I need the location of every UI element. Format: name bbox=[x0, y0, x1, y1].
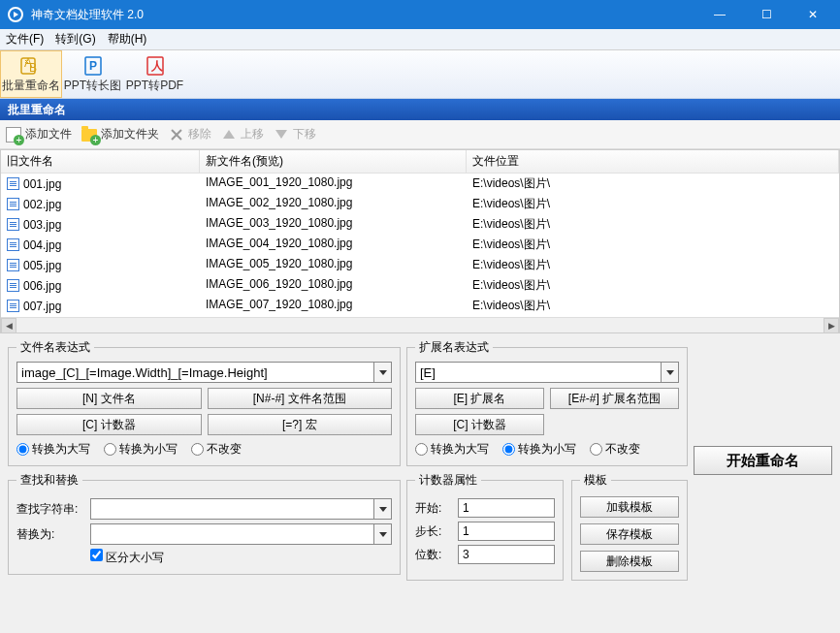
find-label: 查找字符串: bbox=[16, 501, 84, 518]
extension-case-radios: 转换为大写 转换为小写 不改变 bbox=[415, 441, 679, 458]
insert-n-range-button[interactable]: [N#-#] 文件名范围 bbox=[208, 388, 393, 409]
extension-expression-dropdown[interactable] bbox=[662, 362, 679, 383]
ext-case-upper[interactable]: 转换为大写 bbox=[415, 441, 489, 458]
file-icon bbox=[7, 279, 19, 292]
maximize-button[interactable]: ☐ bbox=[755, 8, 778, 21]
filename-expression-dropdown[interactable] bbox=[374, 362, 392, 383]
scroll-left-icon[interactable]: ◀ bbox=[1, 318, 16, 333]
menu-goto[interactable]: 转到(G) bbox=[55, 31, 95, 47]
insert-e-range-button[interactable]: [E#-#] 扩展名范围 bbox=[550, 388, 679, 409]
counter-group: 计数器属性 开始: 步长: 位数: bbox=[406, 472, 564, 581]
filename-expression-group: 文件名表达式 [N] 文件名 [N#-#] 文件名范围 [C] 计数器 [=?]… bbox=[8, 339, 401, 466]
filename-case-upper[interactable]: 转换为大写 bbox=[16, 441, 90, 458]
insert-e-button[interactable]: [E] 扩展名 bbox=[415, 388, 544, 409]
action-bar: 添加文件 添加文件夹 移除 上移 下移 bbox=[0, 120, 840, 149]
save-template-button[interactable]: 保存模板 bbox=[580, 523, 679, 545]
table-row[interactable]: 001.jpgIMAGE_001_1920_1080.jpgE:\videos\… bbox=[1, 174, 839, 194]
extension-expression-group: 扩展名表达式 [E] 扩展名 [E#-#] 扩展名范围 [C] 计数器 转换为大… bbox=[406, 339, 688, 466]
table-row[interactable]: 002.jpgIMAGE_002_1920_1080.jpgE:\videos\… bbox=[1, 194, 839, 214]
window-title: 神奇文档处理软件 2.0 bbox=[31, 7, 708, 23]
file-icon bbox=[7, 177, 19, 190]
horizontal-scrollbar[interactable]: ◀ ▶ bbox=[1, 317, 839, 332]
file-icon bbox=[7, 300, 19, 312]
delete-template-button[interactable]: 删除模板 bbox=[580, 551, 679, 572]
insert-c-button[interactable]: [C] 计数器 bbox=[16, 414, 202, 435]
counter-digits-label: 位数: bbox=[415, 547, 452, 563]
insert-macro-button[interactable]: [=?] 宏 bbox=[208, 414, 393, 435]
add-folder-icon bbox=[81, 127, 97, 142]
arrow-up-icon bbox=[221, 127, 237, 142]
col-new-name[interactable]: 新文件名(预览) bbox=[200, 150, 467, 173]
remove-button[interactable]: 移除 bbox=[169, 126, 211, 142]
counter-start-label: 开始: bbox=[415, 500, 452, 517]
tool-ppt-long-image[interactable]: P PPT转长图 bbox=[62, 50, 124, 98]
section-header: 批里重命名 bbox=[0, 99, 840, 120]
filename-expression-input[interactable] bbox=[16, 362, 374, 383]
menubar: 文件(F) 转到(G) 帮助(H) bbox=[0, 29, 840, 50]
file-icon bbox=[7, 259, 19, 271]
arrow-down-icon bbox=[274, 127, 289, 142]
replace-input[interactable] bbox=[90, 523, 374, 545]
remove-icon bbox=[169, 127, 184, 142]
add-folder-button[interactable]: 添加文件夹 bbox=[81, 126, 159, 142]
col-location[interactable]: 文件位置 bbox=[467, 150, 839, 173]
replace-dropdown[interactable] bbox=[374, 523, 392, 545]
ext-case-lower[interactable]: 转换为小写 bbox=[502, 441, 576, 458]
close-button[interactable]: ✕ bbox=[801, 8, 824, 21]
minimize-button[interactable]: — bbox=[708, 8, 731, 21]
find-dropdown[interactable] bbox=[374, 498, 392, 520]
start-rename-button[interactable]: 开始重命名 bbox=[694, 446, 832, 475]
filename-case-radios: 转换为大写 转换为小写 不改变 bbox=[16, 441, 392, 458]
svg-text:人: 人 bbox=[150, 59, 164, 73]
add-file-button[interactable]: 添加文件 bbox=[6, 126, 72, 142]
main-toolbar: AB 批量重命名 P PPT转长图 人 PPT转PDF bbox=[0, 50, 840, 99]
insert-ext-c-button[interactable]: [C] 计数器 bbox=[415, 414, 544, 435]
filename-case-none[interactable]: 不改变 bbox=[191, 441, 242, 458]
table-row[interactable]: 003.jpgIMAGE_003_1920_1080.jpgE:\videos\… bbox=[1, 214, 839, 235]
insert-n-button[interactable]: [N] 文件名 bbox=[16, 388, 202, 409]
rename-icon: AB bbox=[19, 54, 43, 78]
table-row[interactable]: 006.jpgIMAGE_006_1920_1080.jpgE:\videos\… bbox=[1, 275, 839, 296]
svg-text:P: P bbox=[89, 59, 97, 73]
find-input[interactable] bbox=[90, 498, 374, 520]
move-down-button[interactable]: 下移 bbox=[274, 126, 316, 142]
counter-start-input[interactable] bbox=[458, 498, 555, 518]
file-icon bbox=[7, 198, 19, 210]
load-template-button[interactable]: 加载模板 bbox=[580, 496, 679, 518]
ppt-long-icon: P bbox=[81, 54, 105, 78]
extension-expression-input[interactable] bbox=[415, 362, 662, 383]
scroll-right-icon[interactable]: ▶ bbox=[824, 318, 839, 333]
menu-help[interactable]: 帮助(H) bbox=[108, 31, 147, 47]
tool-batch-rename[interactable]: AB 批量重命名 bbox=[0, 50, 62, 98]
titlebar: 神奇文档处理软件 2.0 — ☐ ✕ bbox=[0, 0, 840, 29]
counter-step-input[interactable] bbox=[458, 522, 555, 541]
counter-step-label: 步长: bbox=[415, 523, 452, 540]
file-icon bbox=[7, 238, 19, 251]
replace-label: 替换为: bbox=[16, 526, 84, 543]
table-row[interactable]: 004.jpgIMAGE_004_1920_1080.jpgE:\videos\… bbox=[1, 235, 839, 255]
add-file-icon bbox=[6, 127, 21, 142]
app-icon bbox=[8, 7, 23, 22]
svg-text:B: B bbox=[29, 61, 37, 75]
template-group: 模板 加载模板 保存模板 删除模板 bbox=[571, 472, 688, 581]
col-old-name[interactable]: 旧文件名 bbox=[1, 150, 200, 173]
file-icon bbox=[7, 218, 19, 231]
filename-case-lower[interactable]: 转换为小写 bbox=[104, 441, 178, 458]
tool-ppt-pdf[interactable]: 人 PPT转PDF bbox=[124, 50, 186, 98]
table-row[interactable]: 007.jpgIMAGE_007_1920_1080.jpgE:\videos\… bbox=[1, 296, 839, 316]
ext-case-none[interactable]: 不改变 bbox=[590, 441, 640, 458]
menu-file[interactable]: 文件(F) bbox=[6, 31, 44, 47]
file-table: 旧文件名 新文件名(预览) 文件位置 001.jpgIMAGE_001_1920… bbox=[0, 149, 840, 333]
case-sensitive-checkbox[interactable]: 区分大小写 bbox=[90, 549, 164, 566]
counter-digits-input[interactable] bbox=[458, 545, 555, 564]
search-replace-group: 查找和替换 查找字符串: 替换为: 区分大小写 bbox=[8, 472, 401, 575]
ppt-pdf-icon: 人 bbox=[144, 54, 167, 78]
table-row[interactable]: 005.jpgIMAGE_005_1920_1080.jpgE:\videos\… bbox=[1, 255, 839, 275]
move-up-button[interactable]: 上移 bbox=[221, 126, 264, 142]
